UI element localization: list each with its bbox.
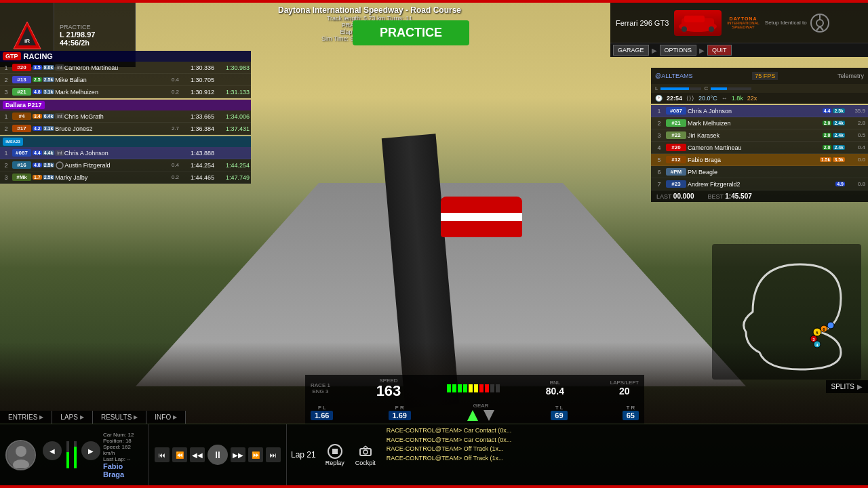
fuel-value: 80.4 xyxy=(546,386,564,396)
leaderboard-row-gtp3: 3 #21 4.8 3.1k Mark Melhuizen 0.2 1:30.9… xyxy=(0,86,251,98)
car-model-name: Ferrari 296 GT3 xyxy=(616,19,669,27)
leaderboard-row-gtp2: 2 #13 2.5 2.5k Mike Balian 0.4 1:30.705 xyxy=(0,74,251,86)
car-badge-22: #22 xyxy=(666,131,686,139)
background-race-car xyxy=(441,197,522,237)
dash-row: RACE 1 ENG 3 SPEED 163 BNL xyxy=(305,375,644,401)
garage-button[interactable]: GARAGE xyxy=(613,45,649,56)
prev-driver-button[interactable]: ◀ xyxy=(43,441,62,460)
car-16-badge: #16 xyxy=(12,161,31,169)
svg-line-12 xyxy=(820,26,823,30)
status-signal: 1.8k xyxy=(732,95,743,102)
standings-row-2: 2 #21 Mark Melhuizen 2.0 2.4k 2.8 xyxy=(651,117,868,129)
svg-marker-24 xyxy=(467,410,478,421)
driver-name-bottom: Fabio Braga xyxy=(103,462,143,479)
go-end-button[interactable]: ⏭ xyxy=(266,447,281,462)
rr-tire: T R 65 xyxy=(623,405,639,420)
leaderboard-panel: GTP RACING 1 #20 3.5 8.0k int Cameron Ma… xyxy=(0,51,251,184)
times-bar: LAST 00.000 BEST 1:45.507 xyxy=(651,190,868,202)
iracing-logo-icon: iR xyxy=(10,18,44,52)
rpm-bar-display xyxy=(447,384,500,392)
svg-point-23 xyxy=(56,162,63,169)
leaderboard-row-imsa1: 1 #087 4.4 4.4k int Chris A Johnson 1:43… xyxy=(0,147,251,159)
car-info-panel: Ferrari 296 GT3 DAYTONA INTERNATIONAL SP… xyxy=(610,3,868,43)
best-time: BEST 1:45.507 xyxy=(707,192,751,200)
speed-bar-2 xyxy=(74,441,77,468)
bottom-bar: ◀ ▶ Car Num: 12 Position: 18 Speed: 162 … xyxy=(0,424,868,485)
status-info-row: 🕐 22:54 ⟨⟩⟩ 20.0°C ↔ 1.8k 22x xyxy=(651,93,868,104)
race-label: RACE 1 xyxy=(311,382,330,388)
gtp-section-header: GTP RACING xyxy=(0,51,251,62)
imsa-logo: IMSA23 xyxy=(3,138,23,146)
entries-label: ENTRIES xyxy=(8,413,37,421)
slow-forward-button[interactable]: ▶▶ xyxy=(231,447,245,462)
cockpit-button[interactable]: Cockpit xyxy=(350,424,381,485)
rpm-seg-6 xyxy=(474,384,478,392)
prev-frame-button[interactable]: ⏪ xyxy=(172,447,187,462)
allteams-button[interactable]: @ALLTEAMS xyxy=(655,73,693,79)
speed-bar-1 xyxy=(66,441,69,468)
laps-left-display: LAPS/LEFT 20 xyxy=(610,380,639,396)
replay-icon xyxy=(327,443,343,460)
race-control-messages: RACE-CONTROL@TEAM> Car Contact (0x... RA… xyxy=(381,424,868,485)
standings-row-7: 7 #23 Andrew Fitzgerald2 4.9 0.8 xyxy=(651,178,868,190)
replay-button[interactable]: Replay xyxy=(320,424,350,485)
splits-button[interactable]: SPLITS ▶ xyxy=(826,380,868,393)
svg-point-31 xyxy=(363,450,368,454)
fr-value: 1.69 xyxy=(389,411,411,420)
leaderboard-row-imsa3: 3 #Mk 1.7 2.5k Marky Jalby 0.2 1:44.465 … xyxy=(0,171,251,184)
pause-button[interactable]: ⏸ xyxy=(208,445,228,465)
right-standings-list: 1 #087 Chris A Johnson 4.4 2.5k 35.9 2 #… xyxy=(651,105,868,190)
next-frame-button[interactable]: ⏩ xyxy=(248,447,263,462)
car-20-badge: #20 xyxy=(12,64,31,71)
slow-back-button[interactable]: ◀◀ xyxy=(190,447,205,462)
options-button[interactable]: OPTIONS xyxy=(660,45,697,56)
rpm-seg-7 xyxy=(479,384,484,392)
top-nav-buttons: GARAGE ▶ OPTIONS ▶ QUIT xyxy=(610,43,868,57)
tab-laps[interactable]: LAPS ▶ xyxy=(52,411,93,424)
telemetry-button[interactable]: Telemetry xyxy=(837,73,864,79)
driver-details: Car Num: 12 Position: 18 Speed: 162 km/h… xyxy=(103,432,143,479)
fl-value: 1.66 xyxy=(311,411,333,420)
rpm-seg-3 xyxy=(458,384,462,392)
last-lap-label: Last Lap: -- xyxy=(103,456,143,462)
dallara-section-header: Dallara P217 xyxy=(0,100,251,110)
border-top xyxy=(0,0,868,3)
rr-value: 65 xyxy=(623,411,639,420)
tab-entries[interactable]: ENTRIES ▶ xyxy=(0,411,52,424)
status-clock-icon: 🕐 xyxy=(655,95,663,102)
status-temp: 20.0°C xyxy=(698,95,717,102)
rpm-seg-10 xyxy=(496,384,500,392)
tab-results[interactable]: RESULTS ▶ xyxy=(93,411,146,424)
results-label: RESULTS xyxy=(101,413,132,421)
lap-info: Lap 21 xyxy=(287,424,320,485)
quit-button[interactable]: QUIT xyxy=(707,45,732,56)
leaderboard-row-dal1: 1 #4 3.4 6.4k int Chris McGrath 1:33.665… xyxy=(0,110,251,123)
gear-up-icon xyxy=(466,409,479,422)
imsa23-section-header: IMSA23 xyxy=(0,136,251,147)
go-start-button[interactable]: ⏮ xyxy=(155,447,170,462)
fl-tire: F L 1.66 xyxy=(311,405,333,420)
driver-playback-controls: ◀ ▶ xyxy=(43,441,100,468)
car-marky-badge: #Mk xyxy=(12,174,31,181)
cockpit-icon xyxy=(357,443,374,460)
car-num-label: Car Num: 12 xyxy=(103,432,143,438)
laps-arrow-icon: ▶ xyxy=(80,414,84,420)
laps-label: LAPS/LEFT xyxy=(610,380,639,386)
replay-label: Replay xyxy=(326,460,344,466)
car-badge-21: #21 xyxy=(666,119,686,127)
driver-profile: ◀ ▶ Car Num: 12 Position: 18 Speed: 162 … xyxy=(0,424,149,485)
fuel-display: BNL 80.4 xyxy=(546,380,564,396)
entries-arrow-icon: ▶ xyxy=(39,414,43,420)
tab-info[interactable]: INFO ▶ xyxy=(146,411,186,424)
rc-message-4: RACE-CONTROL@TEAM> Off Track (1x... xyxy=(387,455,863,463)
track-name: Daytona International Speedway - Road Co… xyxy=(156,5,583,15)
status-temp-icon: ⟨⟩⟩ xyxy=(686,95,694,102)
gear-down-icon xyxy=(482,409,496,422)
splits-arrow-icon: ▶ xyxy=(857,383,863,390)
eng-label: ENG 3 xyxy=(312,388,328,394)
next-driver-button[interactable]: ▶ xyxy=(81,441,100,460)
rpm-seg-5 xyxy=(469,384,473,392)
time-remaining: 44:56/2h xyxy=(60,39,130,47)
rpm-seg-8 xyxy=(485,384,489,392)
race-eng-info: RACE 1 ENG 3 xyxy=(311,382,330,394)
